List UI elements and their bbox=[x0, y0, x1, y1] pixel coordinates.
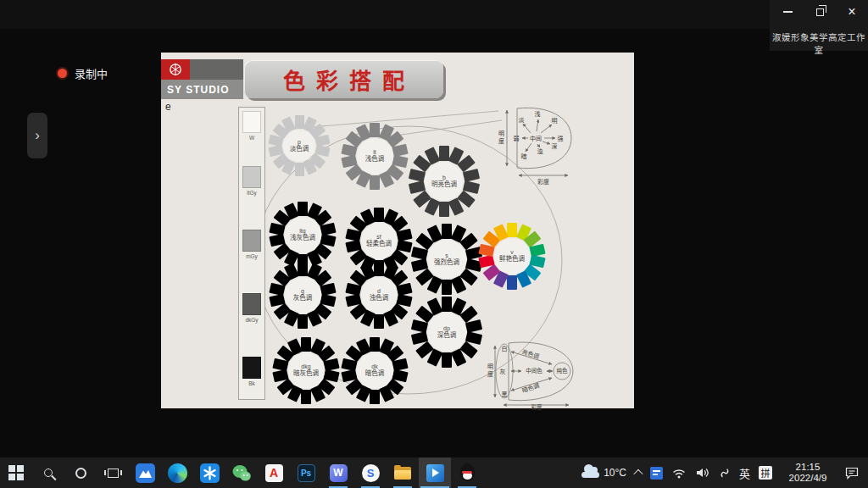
star-app-icon bbox=[200, 463, 220, 483]
speaker-icon bbox=[695, 467, 710, 479]
movies-tv-icon bbox=[426, 464, 444, 482]
desktop-screen: × 淑媛形象美学高定工作室 录制中 › bbox=[0, 0, 868, 488]
bottom-diagram-axis-lightness: 明度 bbox=[487, 363, 493, 379]
star-app-button[interactable] bbox=[193, 458, 225, 488]
tone-swatch bbox=[370, 123, 380, 137]
system-tray: 10°C 英 拼 21:15 2022/4/9 bbox=[577, 458, 868, 488]
edge-icon bbox=[168, 463, 187, 483]
top-diagram-weak: 弱 bbox=[514, 136, 520, 141]
file-explorer-button[interactable] bbox=[387, 458, 419, 488]
bottom-diagram-pure: 纯色 bbox=[557, 369, 568, 374]
volume-button[interactable] bbox=[691, 458, 715, 488]
tone-swatch bbox=[442, 224, 452, 239]
recording-dot-icon bbox=[58, 69, 67, 78]
tone-wheel-label: dp深色调 bbox=[427, 313, 466, 352]
tone-wheel-label: ltg浅灰色调 bbox=[285, 217, 321, 253]
window-controls-panel: × 淑媛形象美学高定工作室 bbox=[770, 0, 868, 51]
photoshop-button[interactable]: Ps bbox=[290, 458, 322, 488]
task-view-button[interactable] bbox=[97, 458, 129, 488]
qq-button[interactable] bbox=[451, 458, 483, 488]
tone-wheels: p淡色调lt浅色调b明亮色调ltg浅灰色调sf轻柔色调s强烈色调v鲜艳色调g灰色… bbox=[161, 53, 634, 408]
tone-swatch bbox=[370, 175, 380, 190]
sidebar-expand-button[interactable]: › bbox=[27, 113, 47, 158]
top-diagram-bright: 明 bbox=[552, 118, 558, 124]
pen-tool-button[interactable] bbox=[715, 458, 735, 488]
bottom-diagram-middle: 中间色 bbox=[526, 369, 542, 374]
minimize-button[interactable] bbox=[771, 0, 804, 24]
tone-wheel-label: g灰色调 bbox=[285, 277, 321, 313]
cortana-button[interactable] bbox=[64, 458, 97, 488]
tone-swatch bbox=[439, 146, 449, 161]
cloud-icon bbox=[581, 468, 600, 478]
top-diagram-dark: 暗 bbox=[521, 153, 527, 159]
photoshop-icon: Ps bbox=[298, 464, 315, 482]
s-app-icon: S bbox=[362, 464, 380, 482]
top-diagram-axis-lightness: 明度 bbox=[498, 130, 504, 146]
movies-tv-button[interactable] bbox=[419, 458, 451, 488]
tone-swatch bbox=[442, 352, 452, 368]
edge-button[interactable] bbox=[161, 458, 193, 488]
weather-button[interactable]: 10°C bbox=[577, 458, 631, 488]
network-button[interactable] bbox=[667, 458, 691, 488]
clock-button[interactable]: 21:15 2022/4/9 bbox=[776, 458, 839, 488]
top-diagram-axis-chroma: 彩度 bbox=[537, 179, 549, 185]
tone-swatch bbox=[507, 223, 517, 237]
qq-icon bbox=[459, 463, 476, 482]
ime-language-button[interactable]: 英 bbox=[735, 458, 754, 488]
window-controls: × bbox=[770, 0, 868, 24]
tone-swatch bbox=[374, 314, 384, 329]
tone-wheel-label: v鲜艳色调 bbox=[494, 238, 531, 274]
w-app-button[interactable]: W bbox=[322, 458, 354, 488]
taskbar-apps: A Ps W S bbox=[0, 458, 483, 488]
tray-blue-app-button[interactable] bbox=[646, 458, 667, 488]
tone-swatch bbox=[370, 390, 380, 404]
wechat-button[interactable] bbox=[225, 458, 258, 488]
wifi-icon bbox=[671, 467, 687, 479]
maximize-restore-button[interactable] bbox=[804, 0, 836, 24]
temperature-label: 10°C bbox=[604, 467, 626, 479]
taskbar: A Ps W S 10°C 英 拼 bbox=[0, 458, 868, 488]
tone-swatch bbox=[442, 297, 452, 312]
bottom-diagram-black: 黑 bbox=[502, 391, 508, 397]
tone-swatch bbox=[439, 202, 449, 217]
acrobat-button[interactable]: A bbox=[258, 458, 290, 488]
mountain-app-button[interactable] bbox=[129, 458, 161, 488]
mountain-app-icon bbox=[136, 463, 155, 483]
chevron-up-icon bbox=[633, 469, 643, 479]
s-app-button[interactable]: S bbox=[354, 458, 387, 488]
w-app-icon: W bbox=[330, 464, 348, 482]
chevron-right-icon: › bbox=[35, 127, 40, 144]
ime-pinyin-icon: 拼 bbox=[759, 466, 772, 480]
action-center-button[interactable] bbox=[839, 458, 868, 488]
tone-wheel-label: sf轻柔色调 bbox=[361, 223, 398, 259]
top-diagram-dull: 浊 bbox=[537, 148, 543, 154]
clock-time: 21:15 bbox=[781, 462, 835, 473]
tone-wheel-label: b明亮色调 bbox=[425, 162, 464, 201]
pen-squiggle-icon bbox=[719, 467, 731, 479]
action-center-icon bbox=[844, 466, 860, 480]
minimize-icon bbox=[783, 11, 793, 13]
tone-swatch bbox=[301, 390, 311, 404]
start-button[interactable] bbox=[0, 458, 32, 488]
search-button[interactable] bbox=[32, 458, 64, 488]
bottom-diagram-white: 白 bbox=[502, 346, 508, 352]
presentation-slide: SY STUDIO 色彩搭配 e WltGymGydkGyBk p淡色调lt浅色… bbox=[161, 53, 634, 408]
ime-pinyin-button[interactable]: 拼 bbox=[754, 458, 776, 488]
search-icon bbox=[44, 469, 53, 477]
tone-swatch bbox=[370, 337, 380, 352]
tray-blue-app-icon bbox=[650, 467, 663, 480]
cortana-icon bbox=[75, 468, 86, 479]
acrobat-icon: A bbox=[265, 464, 283, 482]
close-icon: × bbox=[848, 5, 855, 19]
app-titlebar bbox=[0, 0, 868, 29]
tone-wheel-label: p淡色调 bbox=[283, 130, 315, 162]
tone-wheel-label: s强烈色调 bbox=[427, 240, 466, 279]
top-diagram-pale: 淡 bbox=[519, 117, 525, 123]
tone-swatch bbox=[295, 163, 304, 176]
tray-expand-button[interactable] bbox=[631, 458, 646, 488]
tone-swatch bbox=[298, 262, 308, 276]
tone-swatch bbox=[298, 202, 308, 216]
close-button[interactable]: × bbox=[836, 0, 868, 24]
ime-language-label: 英 bbox=[739, 465, 750, 481]
play-icon bbox=[432, 469, 439, 477]
